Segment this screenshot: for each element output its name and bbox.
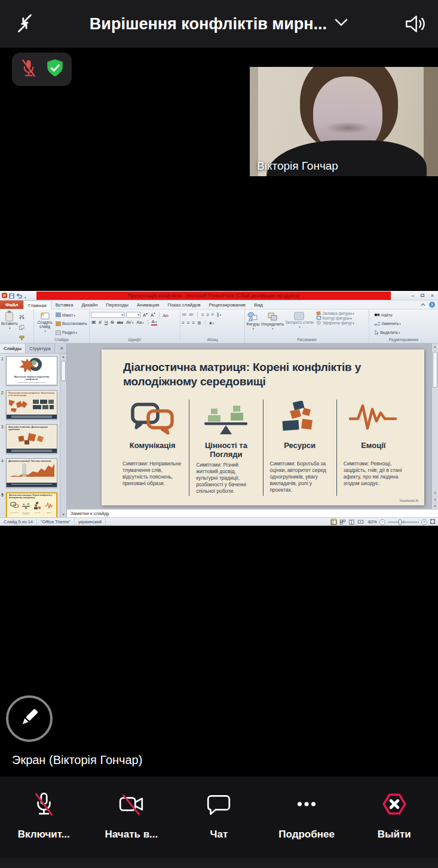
shapes-button[interactable]: Фигуры [246,311,259,331]
tab-view[interactable]: Вид [250,300,267,309]
font-color-button[interactable]: A [151,319,158,326]
format-painter-icon[interactable] [19,332,24,343]
current-slide: Діагностична матриця: Корені конфліктів … [102,349,424,505]
shape-effects-button[interactable]: Эффекты фигур [316,320,354,325]
powerpoint-logo-icon[interactable]: P [2,293,7,298]
next-slide-icon[interactable]: ⇟ [432,496,438,502]
scroll-up-icon[interactable]: ▲ [60,354,66,360]
canvas-scrollbar-thumb[interactable] [433,352,437,388]
help-button[interactable]: ? [429,302,435,308]
bold-button[interactable]: Ж [91,320,96,325]
align-left-icon[interactable]: ≡ [182,321,185,326]
find-button[interactable]: Найти [374,312,393,317]
reading-view-button[interactable] [348,519,355,525]
columns-icon[interactable]: ∎ [209,321,215,326]
replace-button[interactable]: abЗаменить [374,321,401,326]
fit-to-window-icon[interactable] [430,519,436,526]
align-center-icon[interactable]: ≡ [187,321,190,326]
theme-name[interactable]: "Office Theme" [37,518,75,526]
slide-thumbnail-1[interactable]: Мистецтво мирного вирішення конфліктів [6,356,57,385]
chat-button[interactable]: Чат [175,777,263,868]
numbering-icon[interactable]: ≕ [189,312,194,317]
collapse-ribbon-icon[interactable] [421,302,425,308]
change-case-button[interactable]: Aa [136,320,144,324]
normal-view-button[interactable] [330,519,337,525]
leave-button[interactable]: Выйти [350,777,438,868]
window-restore-button[interactable] [421,294,424,297]
italic-button[interactable]: К [98,320,102,325]
zoom-slider-thumb[interactable] [399,519,402,525]
decrease-indent-icon[interactable]: ≤ [201,312,204,317]
justify-icon[interactable]: ≣ [197,321,201,326]
speaker-icon[interactable] [402,12,426,38]
more-button[interactable]: Подробнее [263,777,351,868]
cut-icon[interactable] [19,311,24,321]
line-spacing-icon[interactable]: ≡ [212,312,215,317]
font-name-combobox[interactable] [91,312,124,318]
quick-styles-button[interactable]: Экспресс-стили [285,311,314,329]
unmute-button[interactable]: Включит... [0,777,88,868]
tab-file[interactable]: Файл [0,300,23,309]
section-button[interactable]: Раздел [56,330,87,335]
zoom-slider[interactable] [388,522,419,523]
slide-thumbnail-4[interactable]: Динаміка ескалації: Час має значення [6,458,57,487]
tab-design[interactable]: Дизайн [77,300,102,309]
tab-review[interactable]: Рецензирование [205,300,250,309]
panel-scrollbar[interactable]: ▲ ▼ [60,354,66,517]
scroll-down-icon[interactable]: ▼ [60,511,66,517]
slide-sorter-view-button[interactable] [339,519,346,525]
slide-thumbnail-5-selected[interactable]: Діагностична матриця: Корені конфліктів … [6,492,57,517]
grow-font-button[interactable]: A▴ [142,311,148,318]
tab-insert[interactable]: Вставка [51,300,78,309]
chevron-down-icon[interactable] [334,18,348,30]
shape-fill-button[interactable]: Заливка фигуры [316,311,354,315]
save-icon[interactable] [9,290,14,301]
previous-slide-icon[interactable]: ⇞ [432,490,438,496]
font-size-combobox[interactable] [126,312,140,318]
strikethrough-button[interactable]: S [110,320,114,325]
underline-button[interactable]: Ч [104,320,108,325]
paste-button[interactable]: Вставить [1,311,18,343]
scroll-up-icon[interactable]: ▲ [432,343,438,349]
bullets-icon[interactable]: ≔ [182,312,186,317]
notes-pane[interactable]: Заметки к слайду [67,509,438,517]
layout-button[interactable]: Макет [56,312,87,317]
zoom-in-button[interactable]: + [421,519,427,525]
tab-slideshow[interactable]: Показ слайдов [163,300,204,309]
minimize-meeting-icon[interactable] [14,12,37,37]
qat-dropdown-icon[interactable] [24,290,26,301]
window-minimize-button[interactable]: – [411,293,414,299]
slide-thumbnail-2[interactable]: Переосмислення конфлікту: Каталізатор, а… [6,390,57,419]
canvas-scrollbar[interactable]: ▲ ⇞ ⇟ ▼ [431,343,438,509]
tab-animations[interactable]: Анимация [133,300,164,309]
language-indicator[interactable]: украинский [75,518,106,526]
shape-outline-button[interactable]: Контур фигуры [316,315,354,320]
select-button[interactable]: Выделить [374,330,400,335]
panel-tab-slides[interactable]: Слайды [0,343,26,353]
window-close-button[interactable]: × [431,293,434,299]
copy-icon[interactable] [19,321,24,332]
scroll-down-icon[interactable]: ▼ [432,503,438,509]
panel-close-icon[interactable]: × [57,343,66,353]
reset-button[interactable]: Восстановить [56,321,87,326]
panel-tab-outline[interactable]: Структура [26,343,55,353]
tab-transitions[interactable]: Переходы [102,300,133,309]
shadow-button[interactable]: abc [117,320,124,324]
slide-thumbnail-3[interactable]: Анатомія зіткнення: Деконструкція пробле… [6,424,57,453]
tab-home[interactable]: Главная [23,300,51,309]
shrink-font-button[interactable]: A▾ [150,311,156,318]
zoom-out-button[interactable]: − [379,519,385,525]
participant-video-tile[interactable]: Вікторія Гончар [250,67,438,176]
new-slide-button[interactable]: Создать слайд [35,311,54,337]
undo-icon[interactable] [16,290,22,301]
start-video-button[interactable]: Начать в... [88,777,176,868]
character-spacing-button[interactable]: AV [125,320,134,324]
slideshow-view-button[interactable] [357,519,364,525]
align-right-icon[interactable]: ≡ [192,321,195,326]
arrange-button[interactable]: Упорядочить [261,311,284,331]
text-direction-icon[interactable]: ∥ [216,312,221,317]
annotate-pencil-button[interactable] [6,695,53,742]
ppt-titlebar: P Презентація конфлікти - Microsoft Powe… [0,291,438,300]
panel-scrollbar-thumb[interactable] [61,361,66,381]
increase-indent-icon[interactable]: ≥ [206,312,209,317]
